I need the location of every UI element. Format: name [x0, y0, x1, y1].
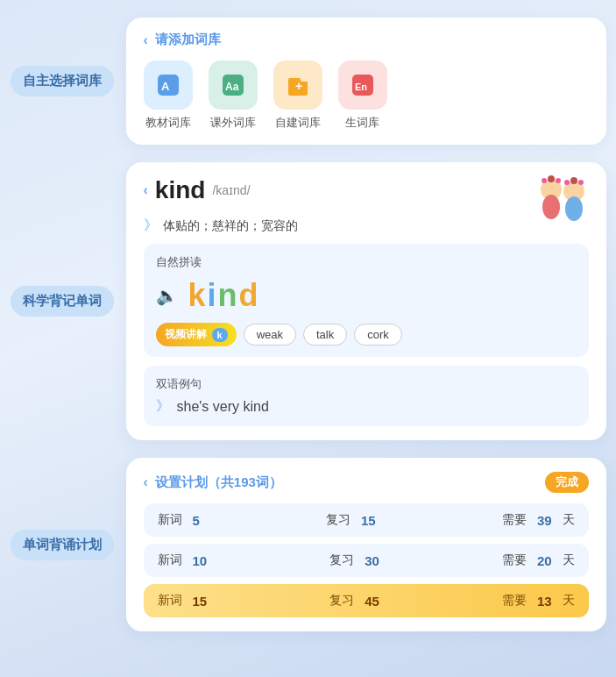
related-word-cork[interactable]: cork [354, 324, 402, 346]
custom-icon: + [284, 71, 312, 99]
word-title: kind [155, 176, 206, 204]
plan-header: ‹ 设置计划（共193词） 完成 [144, 472, 589, 493]
related-word-talk[interactable]: talk [303, 324, 347, 346]
plan-card: ‹ 设置计划（共193词） 完成 新词 5 复习 15 需要 39 天 [126, 458, 606, 631]
memorize-section: 科学背记单词 [11, 162, 606, 440]
letter-n: n [218, 277, 239, 313]
video-btn-label: 视频讲解 [165, 327, 207, 342]
svg-point-8 [542, 195, 560, 219]
plan-row-2-need-label: 需要 [502, 552, 527, 568]
extra-icon: Aa [219, 71, 247, 99]
plan-row-1[interactable]: 新词 5 复习 15 需要 39 天 [144, 503, 589, 537]
word-meaning: 》 体贴的；慈祥的；宽容的 [144, 217, 589, 235]
done-badge[interactable]: 完成 [545, 472, 589, 493]
svg-point-16 [578, 180, 584, 185]
plan-row-2-need: 需要 20 天 [502, 552, 574, 568]
plan-row-3-new-label: 新词 [158, 593, 182, 609]
library-card-title: 请添加词库 [155, 32, 221, 48]
example-section: 双语例句 》 she's very kind [144, 366, 589, 426]
library-section: 自主选择词库 ‹ 请添加词库 A 教材词库 [11, 18, 606, 145]
custom-label: 自建词库 [275, 115, 321, 131]
plan-row-1-need-label: 需要 [502, 512, 527, 528]
example-label: 双语例句 [156, 376, 577, 392]
memorize-chevron-icon[interactable]: ‹ [144, 182, 148, 198]
plan-row-2-review-val: 30 [365, 553, 379, 568]
plan-row-2-new-val: 10 [192, 553, 207, 568]
library-item-extra[interactable]: Aa 课外词库 [209, 61, 258, 131]
plan-row-2-review-label: 复习 [329, 552, 354, 568]
character-illustration [532, 172, 593, 233]
letter-k: k [188, 277, 208, 313]
library-item-newwords[interactable]: En 生词库 [338, 61, 387, 131]
related-word-weak[interactable]: weak [244, 324, 296, 346]
related-words: 视频讲解 k weak talk cork [156, 323, 577, 346]
phonics-label: 自然拼读 [156, 254, 577, 270]
example-text: 》 she's very kind [156, 397, 577, 416]
svg-text:+: + [295, 79, 302, 93]
plan-row-3-days-unit: 天 [563, 593, 575, 609]
newwords-icon: En [349, 71, 377, 99]
plan-row-1-new-val: 5 [192, 513, 199, 528]
svg-point-10 [542, 178, 547, 183]
letter-d: d [239, 277, 260, 313]
plan-row-1-new-label: 新词 [158, 512, 182, 528]
plan-row-3-need: 需要 13 天 [502, 593, 574, 609]
meaning-text: 体贴的；慈祥的；宽容的 [163, 218, 298, 234]
plan-row-3-review: 复习 45 [329, 593, 379, 609]
example-sentence: she's very kind [177, 399, 269, 415]
svg-point-11 [556, 178, 561, 183]
svg-point-14 [570, 177, 577, 184]
library-chevron-icon[interactable]: ‹ [144, 32, 148, 48]
library-card-header: ‹ 请添加词库 [144, 32, 589, 48]
plan-row-3-review-val: 45 [365, 594, 379, 609]
plan-row-3-review-label: 复习 [329, 593, 354, 609]
plan-title-group: ‹ 设置计划（共193词） [144, 474, 282, 491]
textbook-icon-box: A [144, 61, 193, 110]
plan-row-1-need: 需要 39 天 [502, 512, 574, 528]
plan-row-2[interactable]: 新词 10 复习 30 需要 20 天 [144, 544, 589, 577]
video-btn[interactable]: 视频讲解 k [156, 323, 237, 346]
plan-rows: 新词 5 复习 15 需要 39 天 新词 10 [144, 503, 589, 617]
newwords-icon-box: En [338, 61, 387, 110]
memorize-section-label: 科学背记单词 [11, 286, 114, 317]
plan-section: 单词背诵计划 ‹ 设置计划（共193词） 完成 新词 5 复习 15 [11, 458, 606, 631]
plan-row-1-days-val: 39 [537, 513, 552, 528]
plan-row-2-days-val: 20 [537, 553, 552, 568]
textbook-icon: A [154, 71, 182, 99]
letter-i: i [208, 277, 218, 313]
library-item-textbook[interactable]: A 教材词库 [144, 61, 193, 131]
speaker-icon[interactable]: 🔈 [156, 285, 178, 306]
plan-chevron-icon[interactable]: ‹ [144, 474, 148, 490]
phonics-section: 自然拼读 🔈 kind 视频讲解 k weak talk cork [144, 244, 589, 357]
extra-label: 课外词库 [210, 115, 256, 131]
word-card-inner: ‹ kind /kaɪnd/ 》 体贴的；慈祥的；宽容的 自然拼读 🔈 kind [144, 176, 589, 426]
phonics-word-display: 🔈 kind [156, 277, 577, 314]
svg-text:En: En [355, 82, 367, 92]
memorize-card-header: ‹ kind /kaɪnd/ [144, 176, 589, 204]
svg-text:A: A [161, 80, 170, 93]
example-quote-icon: 》 [156, 397, 170, 416]
library-card: ‹ 请添加词库 A 教材词库 Aa [126, 18, 606, 145]
plan-row-1-review-val: 15 [361, 513, 376, 528]
library-section-label: 自主选择词库 [11, 66, 114, 96]
character-svg [532, 172, 593, 233]
extra-icon-box: Aa [209, 61, 258, 110]
svg-point-15 [564, 180, 570, 185]
plan-row-1-review: 复习 15 [326, 512, 376, 528]
plan-section-label: 单词背诵计划 [11, 530, 114, 560]
plan-row-1-new: 新词 5 [158, 512, 200, 528]
plan-row-2-review: 复习 30 [329, 552, 379, 568]
newwords-label: 生词库 [345, 115, 379, 131]
custom-icon-box: + [273, 61, 322, 110]
svg-point-9 [548, 175, 555, 182]
plan-row-3-new-val: 15 [192, 594, 207, 609]
word-phonetic: /kaɪnd/ [212, 183, 250, 197]
library-icon-grid: A 教材词库 Aa 课外词库 [144, 61, 589, 131]
plan-row-2-new-label: 新词 [158, 552, 182, 568]
library-item-custom[interactable]: + 自建词库 [273, 61, 322, 131]
plan-row-2-new: 新词 10 [158, 552, 208, 568]
plan-row-2-days-unit: 天 [563, 552, 575, 568]
plan-row-3[interactable]: 新词 15 复习 45 需要 13 天 [144, 584, 589, 617]
plan-row-1-review-label: 复习 [326, 512, 350, 528]
phonics-word: kind [188, 277, 260, 314]
